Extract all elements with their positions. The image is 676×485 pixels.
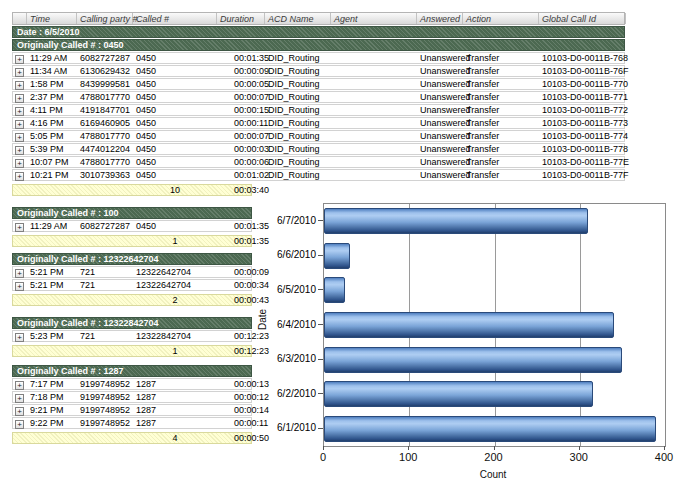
table-row: +2:37 PM4788017770045000:00:07DID_Routin…	[12, 91, 625, 103]
expand-icon[interactable]: +	[15, 269, 24, 278]
cell-called: 12322642704	[133, 280, 217, 290]
cell-time: 4:16 PM	[27, 118, 77, 128]
table-row: +7:17 PM9199748952128700:00:13	[12, 378, 252, 390]
category-label-text: 6/5/2010	[277, 284, 316, 295]
cell-called: 1287	[133, 379, 217, 389]
summary-count: 1	[133, 236, 217, 246]
cell-answered: Unanswered	[417, 118, 463, 128]
cell-time: 7:18 PM	[27, 392, 77, 402]
bar-row	[324, 308, 665, 343]
cell-duration: 00:00:34	[217, 280, 253, 290]
cell-time: 7:17 PM	[27, 379, 77, 389]
expand-icon[interactable]: +	[15, 107, 24, 116]
cell-calling: 4788017770	[77, 92, 133, 102]
cell-called: 1287	[133, 392, 217, 402]
expander-cell: +	[13, 331, 27, 342]
report-group-0450: Originally Called # : 0450+11:29 AM60827…	[12, 39, 625, 196]
expand-icon[interactable]: +	[15, 420, 24, 429]
expander-cell: +	[13, 92, 27, 103]
cell-duration: 00:00:07	[217, 131, 265, 141]
expander-cell: +	[13, 221, 27, 232]
category-axis: 6/7/20106/6/20106/5/20106/4/20106/3/2010…	[250, 203, 323, 445]
expand-icon[interactable]: +	[15, 159, 24, 168]
category-label: 6/3/2010	[250, 341, 323, 376]
table-row: +9:21 PM9199748952128700:00:14	[12, 404, 252, 416]
x-tick	[323, 446, 324, 450]
table-row: +5:21 PM7211232264270400:00:34	[12, 279, 252, 291]
cell-called: 0450	[133, 79, 217, 89]
cell-time: 5:05 PM	[27, 131, 77, 141]
cell-action: Transfer	[463, 144, 539, 154]
expander-cell: +	[13, 392, 27, 403]
expand-icon[interactable]: +	[15, 394, 24, 403]
group-header: Originally Called # : 100	[12, 207, 252, 219]
expand-icon[interactable]: +	[15, 223, 24, 232]
expand-icon[interactable]: +	[15, 381, 24, 390]
calls-per-day-chart: Date 6/7/20106/6/20106/5/20106/4/20106/3…	[250, 196, 676, 485]
cell-calling: 9199748952	[77, 379, 133, 389]
summary-total-duration: 00:03:40	[217, 185, 253, 195]
cell-answered: Unanswered	[417, 170, 463, 180]
cell-time: 9:22 PM	[27, 418, 77, 428]
column-header-agent: Agent	[331, 13, 417, 24]
category-label: 6/7/2010	[250, 203, 323, 238]
cell-acd: DID_Routing	[265, 157, 331, 167]
cell-acd: DID_Routing	[265, 79, 331, 89]
expand-icon[interactable]: +	[15, 407, 24, 416]
cell-called: 1287	[133, 418, 217, 428]
cell-acd: DID_Routing	[265, 131, 331, 141]
expand-icon[interactable]: +	[15, 133, 24, 142]
bar-row	[324, 239, 665, 274]
cell-calling: 9199748952	[77, 405, 133, 415]
table-row: +11:29 AM6082727287045000:01:35DID_Routi…	[12, 52, 625, 64]
cell-answered: Unanswered	[417, 53, 463, 63]
expander-cell: +	[13, 131, 27, 142]
expand-icon[interactable]: +	[15, 120, 24, 129]
column-header-time: Time	[27, 13, 77, 24]
cell-acd: DID_Routing	[265, 92, 331, 102]
cell-acd: DID_Routing	[265, 118, 331, 128]
expand-icon[interactable]: +	[15, 94, 24, 103]
column-header-action: Action	[463, 13, 539, 24]
report-group-1287: Originally Called # : 1287+7:17 PM919974…	[12, 364, 252, 444]
cell-global_call_id: 10103-D0-0011B-774	[539, 131, 626, 141]
table-row: +11:29 AM6082727287045000:01:35	[12, 220, 252, 232]
summary-total-duration: 00:00:50	[217, 433, 253, 443]
expand-icon[interactable]: +	[15, 81, 24, 90]
expand-icon[interactable]: +	[15, 68, 24, 77]
cell-calling: 4474012204	[77, 144, 133, 154]
expand-icon[interactable]: +	[15, 333, 24, 342]
expand-icon[interactable]: +	[15, 55, 24, 64]
cell-calling: 6169460905	[77, 118, 133, 128]
cell-duration: 00:00:03	[217, 144, 265, 154]
cell-time: 11:29 AM	[27, 53, 77, 63]
column-header-global-call-id: Global Call Id	[539, 13, 626, 24]
cell-time: 2:37 PM	[27, 92, 77, 102]
chart-bar	[324, 347, 622, 373]
expand-icon[interactable]: +	[15, 282, 24, 291]
cell-duration: 00:01:35	[217, 221, 253, 231]
x-tick-label: 100	[399, 451, 417, 463]
summary-count: 10	[133, 185, 217, 195]
expander-cell: +	[13, 267, 27, 278]
chart-bar	[324, 312, 614, 338]
chart-bar	[324, 416, 656, 442]
table-column-header: TimeCalling party #Called #DurationACD N…	[12, 12, 625, 25]
expand-icon[interactable]: +	[15, 172, 24, 181]
group-header-label: Originally Called # : 1287	[17, 366, 124, 376]
group-header-label: Originally Called # : 100	[17, 208, 119, 218]
expand-icon[interactable]: +	[15, 146, 24, 155]
table-row: +10:07 PM4788017770045000:00:06DID_Routi…	[12, 156, 625, 168]
cell-global_call_id: 10103-D0-0011B-77E	[539, 157, 626, 167]
category-label-text: 6/7/2010	[277, 215, 316, 226]
expander-cell: +	[13, 79, 27, 90]
cell-global_call_id: 10103-D0-0011B-76F	[539, 66, 626, 76]
cell-calling: 6082727287	[77, 221, 133, 231]
table-row: +5:21 PM7211232264270400:00:09	[12, 266, 252, 278]
chart-bar	[324, 277, 345, 303]
x-tick	[408, 446, 409, 450]
group-header: Originally Called # : 12322842704	[12, 317, 252, 329]
cell-called: 12322842704	[133, 331, 217, 341]
cell-global_call_id: 10103-D0-0011B-778	[539, 144, 626, 154]
cell-time: 1:58 PM	[27, 79, 77, 89]
